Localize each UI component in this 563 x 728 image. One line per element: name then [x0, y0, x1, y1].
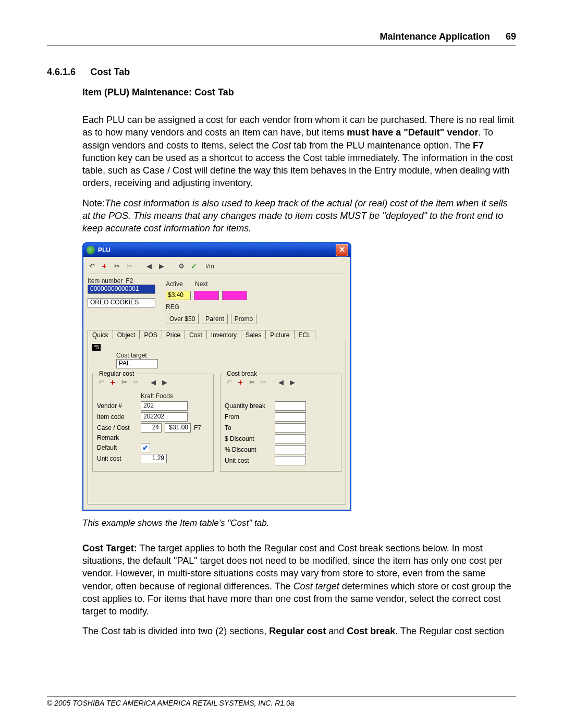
cost-target-input[interactable]: PAL [116, 359, 158, 368]
undo-icon[interactable]: ↶ [88, 262, 96, 270]
item-number-label: Item number [88, 277, 123, 285]
plu-window: PLU ✕ ↶ + ✂ ✂ ◀ ▶ ⚙ ✓ f/m Item number [82, 242, 351, 511]
header-title: Maintenance Application [380, 31, 490, 42]
cut-icon[interactable]: ✂ [113, 262, 121, 270]
section-number: 4.6.1.6 [47, 67, 76, 77]
page-footer: © 2005 TOSHIBA TEC AMERICA AMERICA RETAI… [47, 696, 516, 707]
from-label: From [225, 413, 272, 421]
next-icon[interactable]: ▶ [288, 378, 297, 387]
main-toolbar: ↶ + ✂ ✂ ◀ ▶ ⚙ ✓ f/m [88, 260, 346, 274]
paragraph-intro: Each PLU can be assigned a cost for each… [82, 114, 516, 190]
prev-icon[interactable]: ◀ [145, 262, 153, 270]
tab-strip: Quick Object POS Price Cost Inventory Sa… [88, 329, 346, 339]
case-cost-input[interactable]: $31.00 [165, 423, 191, 433]
undo-icon: ↶ [97, 378, 105, 387]
item-desc-input[interactable]: OREO COOKIES [88, 298, 155, 307]
page-header: Maintenance Application 69 [47, 31, 516, 46]
cut-icon[interactable]: ✂ [120, 378, 128, 387]
active-price: $3.40 [166, 291, 191, 300]
tab-quick[interactable]: Quick [88, 330, 113, 339]
dollar-discount-input[interactable] [275, 434, 306, 443]
tab-object[interactable]: Object [113, 330, 140, 339]
close-icon[interactable]: ✕ [336, 244, 348, 256]
prev-icon[interactable]: ◀ [149, 378, 157, 387]
dollar-discount-label: $ Discount [225, 435, 272, 442]
titlebar: PLU ✕ [83, 243, 350, 257]
section-title: Cost Tab [91, 67, 130, 77]
active-label: Active [166, 280, 192, 288]
unit-cost2-input[interactable] [275, 456, 306, 465]
tab-sales[interactable]: Sales [241, 330, 266, 339]
cost-break-toolbar: ↶ + ✂ ✂ ◀ ▶ [225, 377, 337, 389]
default-checkbox[interactable]: ✔ [141, 443, 150, 452]
disabled-icon: ✂ [259, 378, 267, 387]
qty-break-input[interactable] [275, 401, 306, 411]
section-subtitle: Item (PLU) Maintenance: Cost Tab [82, 87, 516, 98]
tab-price[interactable]: Price [162, 330, 185, 339]
paragraph-note: Note:The cost information is also used t… [82, 197, 516, 235]
paragraph-sections: The Cost tab is divided into two (2) sec… [82, 625, 516, 637]
app-icon [87, 246, 95, 254]
next-price-box [194, 291, 219, 300]
add-icon[interactable]: + [236, 378, 244, 387]
add-icon[interactable]: + [100, 262, 108, 270]
remark-label: Remark [97, 434, 138, 441]
section-heading: 4.6.1.6 Cost Tab [47, 67, 516, 78]
f7-hint: F7 [194, 424, 201, 431]
unit-cost-label: Unit cost [97, 455, 138, 462]
fm-label: f/m [205, 263, 214, 270]
qty-break-label: Quantity break [225, 402, 272, 410]
disabled-icon: ✂ [131, 378, 140, 387]
to-input[interactable] [275, 423, 306, 433]
tab-inventory[interactable]: Inventory [206, 330, 241, 339]
undo-icon: ↶ [225, 378, 233, 387]
item-code-label: Item code [97, 413, 138, 421]
prev-icon[interactable]: ◀ [277, 378, 285, 387]
tool-icon[interactable]: ⚙ [177, 262, 186, 270]
vendor-name: Kraft Foods [141, 392, 209, 400]
vendor-num-input[interactable]: 202 [141, 401, 188, 411]
item-number-input[interactable]: 00000000000001 [88, 285, 155, 294]
unit-cost2-label: Unit cost [225, 457, 272, 464]
to-label: To [225, 424, 272, 431]
regular-cost-group: Regular cost ↶ + ✂ ✂ ◀ ▶ Kraft Foods [92, 374, 214, 472]
window-title: PLU [98, 246, 111, 254]
unit-cost-input[interactable]: 1.29 [141, 454, 167, 463]
f2-hint: F2 [126, 277, 133, 285]
next-icon[interactable]: ▶ [157, 262, 166, 270]
case-qty-input[interactable]: 24 [141, 423, 162, 433]
promo-button[interactable]: Promo [231, 314, 256, 324]
page-number: 69 [506, 31, 516, 42]
tab-ecl[interactable]: ECL [294, 330, 315, 339]
regular-cost-toolbar: ↶ + ✂ ✂ ◀ ▶ [97, 377, 209, 389]
cost-target-label: Cost target [116, 352, 341, 359]
tab-picture[interactable]: Picture [265, 330, 294, 339]
item-code-input[interactable]: 202202 [141, 412, 188, 422]
next-label: Next [195, 280, 221, 288]
cost-tab-body: ^5 Cost target PAL Regular cost ↶ + ✂ ✂ [88, 339, 346, 504]
reg-label: REG [166, 303, 179, 311]
next-icon[interactable]: ▶ [161, 378, 169, 387]
tab-cost[interactable]: Cost [185, 330, 207, 339]
pct-discount-input[interactable] [275, 445, 306, 454]
figure-caption: This example shows the Item table's "Cos… [82, 518, 516, 528]
cost-break-legend: Cost break [225, 370, 259, 377]
badge-5: ^5 [92, 344, 101, 351]
over50-button[interactable]: Over $50 [166, 314, 199, 324]
from-input[interactable] [275, 412, 306, 422]
case-cost-label: Case / Cost [97, 424, 138, 431]
check-icon[interactable]: ✓ [190, 262, 198, 270]
tab-pos[interactable]: POS [139, 330, 162, 339]
disabled-icon: ✂ [125, 262, 133, 270]
vendor-num-label: Vendor # [97, 402, 138, 410]
regular-cost-legend: Regular cost [97, 370, 136, 377]
cut-icon[interactable]: ✂ [248, 378, 256, 387]
cost-break-group: Cost break ↶ + ✂ ✂ ◀ ▶ Quantity bre [220, 374, 341, 472]
next-price-box-2 [222, 291, 247, 300]
default-label: Default [97, 444, 138, 451]
pct-discount-label: % Discount [225, 446, 272, 453]
parent-button[interactable]: Parent [202, 314, 227, 324]
paragraph-cost-target: Cost Target: The target applies to both … [82, 542, 516, 618]
add-icon[interactable]: + [108, 378, 117, 387]
